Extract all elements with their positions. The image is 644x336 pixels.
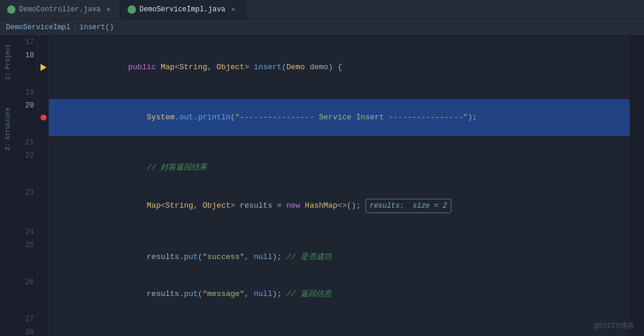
tab-close-demoserviceimpl[interactable]: ✕ [229, 5, 237, 14]
line-num-25: 25 [17, 239, 38, 276]
debug-gutter-26 [38, 276, 49, 313]
line-num-19: 19 [17, 86, 38, 99]
line-content-18[interactable]: public Map<String, Object> insert(Demo d… [49, 49, 630, 86]
line-num-24: 24 [17, 226, 38, 239]
debug-gutter-18 [38, 49, 49, 86]
breadcrumb-class[interactable]: DemoServiceImpl [6, 23, 70, 32]
line-num-20: 20 [17, 99, 38, 136]
line-content-24[interactable] [49, 226, 630, 239]
breadcrumb-method[interactable]: insert() [79, 23, 114, 32]
ide-container: DemoController.java ✕ DemoServiceImpl.ja… [0, 0, 644, 336]
debug-gutter-27 [38, 313, 49, 326]
tab-bar: DemoController.java ✕ DemoServiceImpl.ja… [0, 0, 644, 19]
code-line-24: 24 [17, 226, 630, 239]
debug-gutter-25 [38, 239, 49, 276]
tab-label-demoserviceimpl: DemoServiceImpl.java [140, 5, 225, 14]
line-num-23: 23 [17, 186, 38, 226]
line-num-27: 27 [17, 313, 38, 326]
line-num-22: 22 [17, 149, 38, 186]
code-line-25: 25 results.put("success", null); // 是否成功 [17, 239, 630, 276]
main-area: 1: Project Z: Structure 17 18 [0, 36, 644, 336]
debug-gutter-22 [38, 149, 49, 186]
line-content-21[interactable] [49, 136, 630, 149]
code-line-28: 28 if(StringUtils.isBlank(demo.getIdCard… [17, 326, 630, 336]
left-sidebar: 1: Project Z: Structure [0, 36, 17, 336]
tooltip-results-size: results: size = 2 [366, 199, 451, 213]
line-content-22[interactable]: // 封装返回结果 [49, 149, 630, 186]
debug-gutter-20 [38, 99, 49, 136]
code-line-21: 21 [17, 136, 630, 149]
tab-democontroller[interactable]: DemoController.java ✕ [0, 0, 120, 19]
line-content-28[interactable]: if(StringUtils.isBlank(demo.getIdCard())… [49, 326, 630, 336]
line-content-20[interactable]: System.out.println("---------------- Ser… [49, 99, 630, 136]
java-file-icon [7, 5, 16, 14]
line-num-26: 26 [17, 276, 38, 313]
line-content-17[interactable] [49, 36, 630, 49]
tab-demoserviceimpl[interactable]: DemoServiceImpl.java ✕ [120, 0, 245, 19]
code-line-17: 17 [17, 36, 630, 49]
code-line-23: 23 Map<String, Object> results = new Has… [17, 186, 630, 226]
code-line-22: 22 // 封装返回结果 [17, 149, 630, 186]
line-num-28: 28 [17, 326, 38, 336]
project-label: 1: Project [5, 44, 11, 80]
code-scroll[interactable]: 17 18 public Map<String, Object> insert(… [17, 36, 630, 336]
debug-gutter-17 [38, 36, 49, 49]
right-sidebar [630, 36, 644, 336]
line-content-23[interactable]: Map<String, Object> results = new HashMa… [49, 186, 630, 226]
line-num-21: 21 [17, 136, 38, 149]
tab-label-democontroller: DemoController.java [19, 5, 101, 14]
code-line-27: 27 [17, 313, 630, 326]
structure-label: Z: Structure [5, 107, 11, 150]
debug-arrow-18 [41, 64, 47, 71]
breadcrumb-sep: › [73, 23, 77, 32]
debug-gutter-24 [38, 226, 49, 239]
line-content-19[interactable] [49, 86, 630, 99]
debug-gutter-19 [38, 86, 49, 99]
code-line-18: 18 public Map<String, Object> insert(Dem… [17, 49, 630, 86]
code-area: 17 18 public Map<String, Object> insert(… [17, 36, 630, 336]
java-file-icon-active [128, 5, 136, 14]
code-line-20: 20 System.out.println("---------------- … [17, 99, 630, 136]
line-content-25[interactable]: results.put("success", null); // 是否成功 [49, 239, 630, 276]
debug-gutter-28 [38, 326, 49, 336]
debug-gutter-21 [38, 136, 49, 149]
code-line-19: 19 [17, 86, 630, 99]
debug-gutter-23 [38, 186, 49, 226]
breakpoint-20 [41, 115, 47, 121]
breadcrumb: DemoServiceImpl › insert() [0, 19, 644, 36]
watermark: @51CTO博客 [595, 321, 634, 331]
line-num-17: 17 [17, 36, 38, 49]
line-num-18: 18 [17, 49, 38, 86]
line-content-27[interactable] [49, 313, 630, 326]
line-content-26[interactable]: results.put("message", null); // 返回信息 [49, 276, 630, 313]
code-line-26: 26 results.put("message", null); // 返回信息 [17, 276, 630, 313]
tab-close-democontroller[interactable]: ✕ [104, 5, 113, 14]
